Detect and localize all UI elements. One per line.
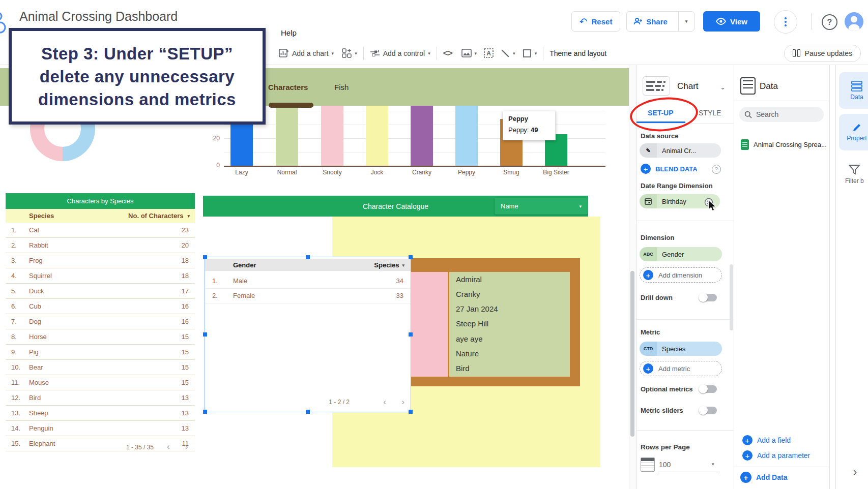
page-tab-fish[interactable]: Fish [334,83,349,91]
catalogue-sort-dropdown[interactable]: Name ▾ [495,198,588,215]
chevron-down-icon[interactable]: ▾ [712,462,714,467]
table-row[interactable]: 5.Duck17 [6,284,195,299]
toolbar-divider [363,47,364,60]
add-chart-button[interactable]: Add a chart▾ [279,49,334,58]
prev-page-icon[interactable]: ‹ [167,442,170,452]
add-shape-button[interactable]: ▾ [523,49,537,58]
y-tick-0: 0 [207,162,220,169]
table-row[interactable]: 9.Pig15 [6,345,195,360]
selection-handle[interactable] [203,255,207,259]
table-row[interactable]: 1.Male34 [205,273,411,289]
card-field-value: 27 Jan 2024 [456,304,570,313]
tooltip-title: Peppy [508,115,550,123]
collapse-panel-icon[interactable]: › [853,466,857,479]
pencil-icon[interactable]: ✎ [640,143,657,158]
chevron-down-icon[interactable]: ⌄ [720,83,726,91]
more-options-button[interactable] [774,10,797,34]
optional-metrics-label: Optional metrics [641,385,693,393]
table-row[interactable]: 3.Frog18 [6,253,195,268]
drill-down-toggle[interactable] [700,294,717,301]
blend-help-icon[interactable]: ? [712,165,721,174]
prev-page-icon[interactable]: ‹ [383,397,386,407]
selection-handle[interactable] [409,410,413,414]
selection-handle[interactable] [409,255,413,259]
chevron-down-icon: ▾ [579,204,582,209]
page-tab-characters[interactable]: Characters [268,83,308,91]
rail-data-button[interactable]: Data [839,72,868,109]
table-row[interactable]: 14.Penguin13 [6,421,195,436]
table-row[interactable]: 1.Cat23 [6,223,195,238]
menu-help[interactable]: Help [281,28,297,37]
selection-handle[interactable] [306,410,310,414]
avatar[interactable] [845,12,863,31]
gender-table-selected[interactable]: Gender Species ▾ 1.Male342.Female33 1 - … [205,257,411,412]
table-chart-icon[interactable] [643,76,670,96]
table-row[interactable]: 7.Dog16 [6,314,195,329]
bar-snooty[interactable] [321,106,343,166]
add-line-button[interactable]: ▾ [501,49,515,58]
optional-metrics-toggle[interactable] [700,385,717,393]
table-row[interactable]: 13.Sheep13 [6,406,195,421]
add-metric-button[interactable]: + Add metric [640,361,722,376]
selection-handle[interactable] [203,332,207,337]
pause-updates-button[interactable]: Pause updates [784,45,861,62]
character-card[interactable]: AdmiralCranky27 Jan 2024Steep Hillaye ay… [404,258,580,386]
table-row[interactable]: 10.Bear15 [6,360,195,375]
table-row[interactable]: 2.Female33 [205,288,411,303]
add-image-button[interactable]: ▾ [461,49,477,57]
table-row[interactable]: 11.Mouse15 [6,375,195,390]
add-text-button[interactable]: A [484,48,494,58]
species-table-header[interactable]: Species No. of Characters ▾ [6,209,195,223]
search-input[interactable]: Search [739,107,824,122]
dimension-pill[interactable]: ABC Gender [640,247,722,261]
add-a-parameter-button[interactable]: + Add a parameter [742,450,810,461]
add-dimension-button[interactable]: + Add dimension [640,267,722,283]
metric-pill[interactable]: CTD Species [640,342,722,356]
selection-handle[interactable] [409,332,413,337]
report-title[interactable]: Animal Crossing Dashboard [19,9,178,24]
bar-peppy[interactable] [455,106,478,166]
data-source-item[interactable]: Animal Crossing Sprea... [741,139,828,150]
panel-scrollbar-thumb[interactable] [730,264,733,330]
bar-normal[interactable] [276,106,298,166]
tab-style[interactable]: STYLE [699,109,721,117]
table-row[interactable]: 4.Squirrel18 [6,268,195,284]
plus-icon: + [641,164,651,174]
share-button[interactable]: Share [627,17,674,26]
share-button-group[interactable]: Share ▾ [626,11,695,32]
embed-code-button[interactable]: <> [443,48,452,58]
selection-handle[interactable] [203,410,207,414]
metric-sliders-label: Metric sliders [641,407,683,414]
table-row[interactable]: 12.Bird13 [6,390,195,406]
table-row[interactable]: 6.Cub16 [6,299,195,314]
data-source-pill[interactable]: ✎ Animal Cr... [640,143,721,158]
rail-filter-button[interactable]: Filter b [845,165,864,185]
reset-button[interactable]: ↶ Reset [571,11,620,32]
add-data-button[interactable]: + Add Data [740,472,787,483]
theme-and-layout-button[interactable]: Theme and layout [549,49,606,57]
add-control-button[interactable]: Add a control▾ [370,49,430,57]
species-table[interactable]: Characters by Species Species No. of Cha… [6,193,195,451]
metric-sliders-toggle[interactable] [700,407,717,414]
blend-data-button[interactable]: + BLEND DATA [641,164,698,174]
table-row[interactable]: 8.Horse15 [6,329,195,345]
next-page-icon[interactable]: › [185,442,188,452]
plus-icon: + [740,472,751,483]
bar-jock[interactable] [366,106,388,166]
rail-properties-button[interactable]: Propert [839,114,868,150]
rows-per-page-value[interactable]: 100 [659,461,671,469]
selection-handle[interactable] [306,255,310,259]
bar-cranky[interactable] [411,106,433,166]
x-axis-label: Big Sister [533,169,579,176]
calendar-icon [640,194,657,208]
gender-table-header[interactable]: Gender Species ▾ [205,259,411,271]
view-button[interactable]: View [703,11,760,32]
add-a-field-button[interactable]: + Add a field [742,435,791,445]
share-menu-caret[interactable]: ▾ [678,12,694,31]
canvas-scrollbar-thumb[interactable] [630,271,634,437]
community-visualizations-button[interactable]: ▾ [342,48,357,58]
next-page-icon[interactable]: › [401,397,404,407]
help-icon[interactable]: ? [822,14,837,30]
table-row[interactable]: 2.Rabbit20 [6,238,195,253]
card-field-value: aye aye [456,334,570,343]
